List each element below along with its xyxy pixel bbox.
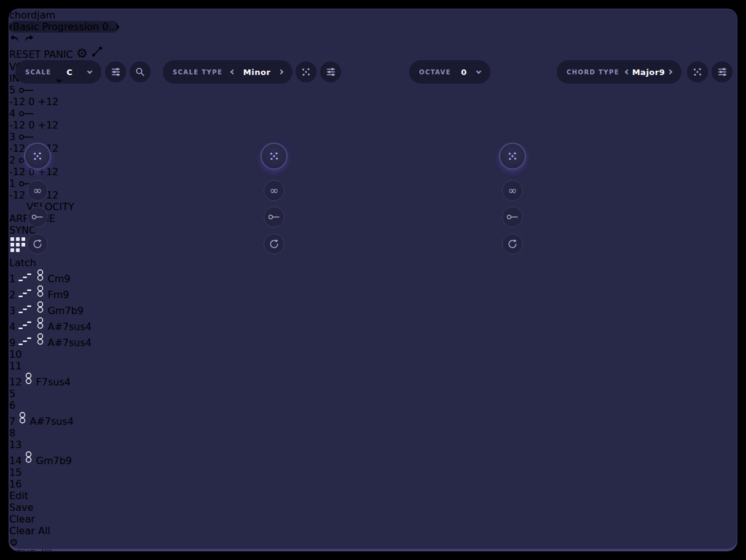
- chevron-right-icon[interactable]: [114, 24, 119, 29]
- velocity-refresh-button[interactable]: [264, 234, 285, 254]
- link-icon[interactable]: [18, 111, 34, 117]
- undo-button[interactable]: [9, 34, 23, 45]
- pad-12[interactable]: 12 F7sus4: [9, 372, 737, 388]
- pad-number: 1: [9, 273, 15, 285]
- transpose-zero[interactable]: 0: [28, 96, 34, 108]
- bend-button[interactable]: BEND: [9, 548, 737, 551]
- latch-button[interactable]: Latch: [9, 257, 737, 269]
- save-button[interactable]: Save: [9, 502, 737, 513]
- velocity-section: ∞ VELOCITY: [9, 201, 737, 213]
- voice-transpose-switch: -12 0 +12: [9, 143, 737, 154]
- chord-stack-icon: [25, 372, 33, 385]
- pad-7[interactable]: 7 A#7sus4: [9, 411, 737, 427]
- transpose-minus12[interactable]: -12: [9, 119, 25, 131]
- link-icon[interactable]: [18, 87, 34, 93]
- octave-value: 0: [461, 68, 467, 77]
- pad-13[interactable]: 13: [9, 439, 737, 451]
- pad-15[interactable]: 15: [9, 467, 737, 478]
- pad-number: 16: [9, 478, 22, 490]
- infinity-icon: ∞: [33, 185, 42, 196]
- scale-type-random-button[interactable]: [296, 61, 316, 82]
- scale-search-button[interactable]: [130, 61, 151, 82]
- transpose-minus12[interactable]: -12: [9, 166, 25, 178]
- voices-refresh-button[interactable]: [27, 234, 48, 254]
- transpose-plus12[interactable]: +12: [38, 96, 59, 108]
- time-humanize-knob[interactable]: [499, 143, 526, 170]
- clear-all-button[interactable]: Clear All: [9, 525, 737, 537]
- chord-type-random-button[interactable]: [687, 61, 708, 82]
- keyboard-settings-button[interactable]: ⚙: [9, 537, 737, 548]
- reset-button[interactable]: RESET: [9, 49, 41, 60]
- pad-chord-label: Gm7b9: [47, 305, 84, 317]
- pad-number: 15: [9, 467, 22, 478]
- pad-9[interactable]: 9 A#7sus4: [9, 333, 737, 349]
- chordjam-window: chordjam 120.00 Basic Progression 0.. RE…: [9, 9, 737, 551]
- clear-button[interactable]: Clear: [9, 513, 737, 525]
- pad-8[interactable]: 8: [9, 427, 737, 439]
- pad-2[interactable]: 2 Fm9: [9, 285, 737, 301]
- transpose-minus12[interactable]: -12: [9, 96, 25, 108]
- voices-infinity-button[interactable]: ∞: [27, 180, 48, 201]
- pad-4[interactable]: 4 A#7sus4: [9, 317, 737, 333]
- chord-stack-icon: [25, 451, 33, 464]
- pad-3[interactable]: 3 Gm7b9: [9, 301, 737, 317]
- preset-name[interactable]: Basic Progression 0..: [13, 21, 115, 33]
- pad-chord-label: A#7sus4: [47, 337, 92, 349]
- time-infinity-button[interactable]: ∞: [502, 180, 523, 201]
- time-refresh-button[interactable]: [502, 234, 523, 254]
- scale-type-selector[interactable]: SCALE TYPE Minor: [163, 60, 293, 84]
- chord-type-selector[interactable]: CHORD TYPE Major9: [557, 60, 681, 84]
- time-link-button[interactable]: [502, 207, 523, 227]
- scale-sliders-button[interactable]: [105, 61, 126, 82]
- pad-10[interactable]: 10: [9, 349, 737, 360]
- voices-link-button[interactable]: [27, 207, 48, 227]
- velocity-humanize-knob[interactable]: [261, 143, 288, 170]
- settings-button[interactable]: ⚙: [76, 46, 88, 61]
- panic-button[interactable]: PANIC: [44, 49, 73, 60]
- gear-icon: ⚙: [76, 46, 88, 61]
- voice-number: 2: [9, 154, 15, 166]
- scale-type-value: Minor: [235, 68, 279, 77]
- scale-type-sliders-button[interactable]: [320, 61, 341, 82]
- voice-number: 5: [9, 84, 15, 96]
- velocity-infinity-button[interactable]: ∞: [264, 180, 285, 201]
- transpose-minus12[interactable]: -12: [9, 143, 25, 154]
- panel-corner: [9, 236, 737, 257]
- chord-type-sliders-button[interactable]: [712, 61, 732, 82]
- redo-button[interactable]: [23, 34, 34, 45]
- velocity-title: VELOCITY: [9, 201, 92, 213]
- pad-16[interactable]: 16: [9, 478, 737, 490]
- pad-grid-icon[interactable]: [9, 236, 28, 254]
- pad-6[interactable]: 6: [9, 400, 737, 411]
- transpose-minus12[interactable]: -12: [9, 189, 25, 201]
- strum-icon: [18, 336, 33, 346]
- voices-humanize-knob[interactable]: [24, 143, 51, 170]
- voice-row-1: 1 -12 0 +12: [9, 178, 737, 201]
- randomize-icon: [693, 67, 702, 77]
- edit-button[interactable]: Edit: [9, 490, 737, 502]
- midi-map-button[interactable]: [91, 49, 103, 60]
- link-icon[interactable]: [18, 134, 34, 140]
- transpose-zero[interactable]: 0: [28, 119, 34, 131]
- pad-5[interactable]: 5: [9, 388, 737, 400]
- octave-dropdown[interactable]: OCTAVE 0: [409, 60, 490, 84]
- transpose-plus12[interactable]: +12: [38, 119, 59, 131]
- voice-row-3: 3 -12 0 +12: [9, 131, 737, 154]
- refresh-icon: [507, 239, 518, 250]
- gear-icon: ⚙: [9, 537, 18, 548]
- pad-1[interactable]: 1 Cm9: [9, 269, 737, 285]
- pad-number: 8: [9, 427, 15, 439]
- bend-icon: [40, 549, 53, 551]
- sync-badge[interactable]: SYNC: [9, 224, 737, 236]
- randomize-icon: [33, 151, 42, 161]
- randomize-icon: [301, 67, 311, 77]
- arp-tab[interactable]: ARP: [9, 213, 29, 224]
- chevron-right-icon[interactable]: [278, 69, 283, 74]
- pad-number: 13: [9, 439, 22, 451]
- voice-transpose-switch: -12 0 +12: [9, 189, 737, 201]
- chevron-right-icon[interactable]: [667, 69, 672, 74]
- pad-11[interactable]: 11: [9, 360, 737, 372]
- pad-14[interactable]: 14 Gm7b9: [9, 451, 737, 467]
- undo-redo-group: [9, 34, 737, 45]
- velocity-link-button[interactable]: [264, 207, 285, 227]
